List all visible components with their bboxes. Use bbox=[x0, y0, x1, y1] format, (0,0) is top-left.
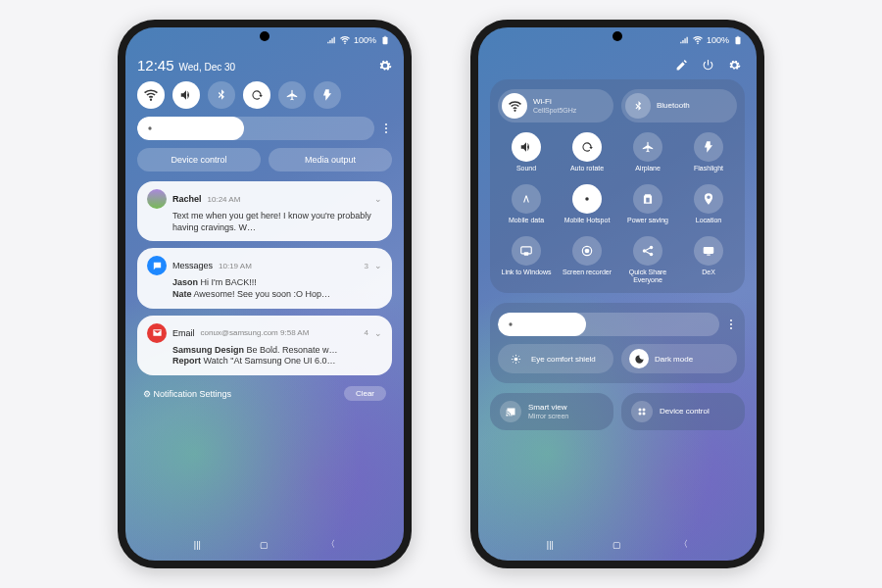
notif-body: Text me when you get here! I know you're… bbox=[147, 211, 382, 233]
qs-tile-screen-recorder[interactable]: Screen recorder bbox=[559, 236, 615, 283]
rotate-toggle[interactable] bbox=[243, 81, 270, 109]
wifi-status-icon bbox=[340, 35, 350, 45]
qs-tile-sound[interactable]: Sound bbox=[498, 132, 555, 178]
sun-icon bbox=[145, 123, 155, 133]
volume-icon bbox=[519, 140, 533, 154]
flash-icon bbox=[702, 140, 715, 154]
qs-tile-dex[interactable]: DeX bbox=[680, 236, 737, 283]
recents-button[interactable]: ||| bbox=[194, 538, 201, 551]
brightness-slider[interactable] bbox=[137, 117, 374, 140]
clear-button[interactable]: Clear bbox=[344, 386, 386, 401]
wifi-label: Wi-Fi bbox=[533, 98, 576, 107]
notif-count: 4 bbox=[365, 328, 368, 337]
flashlight-toggle[interactable] bbox=[314, 81, 341, 109]
battery-icon bbox=[641, 192, 655, 206]
bluetooth-toggle[interactable] bbox=[208, 81, 235, 109]
settings-icon[interactable] bbox=[728, 59, 741, 72]
brightness-more-icon[interactable] bbox=[725, 319, 737, 329]
wifi-icon bbox=[144, 88, 158, 102]
quick-settings-row bbox=[137, 81, 392, 109]
qs-tile-power-saving[interactable]: Power saving bbox=[619, 184, 676, 230]
link-icon bbox=[519, 244, 533, 258]
brightness-slider[interactable] bbox=[498, 313, 719, 336]
brightness-panel: Eye comfort shield Dark mode bbox=[490, 303, 745, 383]
power-icon[interactable] bbox=[702, 59, 714, 72]
dark-mode-toggle[interactable]: Dark mode bbox=[621, 344, 737, 373]
chevron-down-icon[interactable]: ⌄ bbox=[374, 328, 382, 338]
wifi-status-icon bbox=[693, 35, 703, 45]
qs-tile-flashlight[interactable]: Flashlight bbox=[680, 132, 737, 178]
moon-icon bbox=[634, 354, 645, 365]
notification-settings-link[interactable]: ⚙ Notification Settings bbox=[143, 389, 231, 399]
email-app-icon bbox=[147, 323, 167, 343]
notification-footer: ⚙ Notification Settings Clear bbox=[137, 382, 392, 405]
panel-header: 12:45 Wed, Dec 30 bbox=[137, 57, 392, 74]
grid-icon bbox=[636, 406, 648, 417]
bluetooth-wide-toggle[interactable]: Bluetooth bbox=[621, 89, 737, 122]
eye-comfort-toggle[interactable]: Eye comfort shield bbox=[498, 344, 613, 373]
messages-app-icon bbox=[147, 256, 167, 275]
clock-time: 12:45 bbox=[137, 57, 174, 74]
chevron-down-icon[interactable]: ⌄ bbox=[374, 261, 382, 270]
edit-icon[interactable] bbox=[675, 59, 688, 72]
recents-button[interactable]: ||| bbox=[547, 538, 554, 551]
notif-sender: Rachel bbox=[172, 194, 202, 204]
notif-app: Email bbox=[172, 328, 195, 338]
qs-tile-location[interactable]: Location bbox=[680, 184, 737, 230]
notification-messages[interactable]: Messages 10:19 AM 3 ⌄ Jason Hi I'm BACK!… bbox=[137, 248, 392, 308]
contact-avatar-icon bbox=[147, 189, 167, 209]
wifi-toggle[interactable] bbox=[137, 81, 165, 109]
left-phone: 100% 12:45 Wed, Dec 30 bbox=[118, 20, 412, 568]
share-icon bbox=[641, 244, 655, 258]
notif-app: Messages bbox=[172, 261, 213, 270]
device-control-button[interactable]: Device control bbox=[137, 148, 261, 172]
battery-icon bbox=[733, 35, 743, 45]
volume-icon bbox=[179, 88, 193, 102]
bluetooth-label: Bluetooth bbox=[657, 102, 690, 111]
notification-panel-screen: 100% 12:45 Wed, Dec 30 bbox=[125, 27, 404, 561]
settings-icon[interactable] bbox=[378, 59, 392, 73]
notif-time: 10:19 AM bbox=[219, 262, 252, 270]
airplane-icon bbox=[285, 88, 299, 102]
wifi-icon bbox=[509, 100, 521, 113]
qs-tile-mobile-hotspot[interactable]: Mobile Hotspot bbox=[559, 184, 615, 230]
panel-top-icons bbox=[490, 57, 745, 79]
sound-toggle[interactable] bbox=[172, 81, 200, 109]
media-output-button[interactable]: Media output bbox=[269, 148, 392, 172]
qs-tile-mobile-data[interactable]: Mobile data bbox=[498, 184, 555, 230]
brightness-more-icon[interactable] bbox=[380, 123, 392, 133]
rotate-icon bbox=[580, 140, 594, 154]
cast-icon bbox=[505, 406, 516, 417]
wifi-wide-toggle[interactable]: Wi-Fi CellSpot5GHz bbox=[498, 89, 613, 122]
qs-tile-airplane[interactable]: Airplane bbox=[619, 132, 676, 178]
quick-settings-screen: 100% Wi-Fi CellSpot5GHz bbox=[478, 27, 757, 561]
battery-percent: 100% bbox=[354, 35, 376, 45]
notification-email[interactable]: Email conux@samsung.com 9:58 AM 4 ⌄ Sams… bbox=[137, 316, 392, 375]
signal-icon bbox=[679, 35, 689, 45]
bluetooth-icon bbox=[632, 100, 645, 113]
flashlight-icon bbox=[320, 88, 334, 102]
notif-meta: conux@samsung.com 9:58 AM bbox=[201, 328, 310, 337]
airplane-toggle[interactable] bbox=[278, 81, 306, 109]
plane-icon bbox=[641, 140, 655, 154]
quick-settings-panel: Wi-Fi CellSpot5GHz Bluetooth SoundAuto r… bbox=[490, 79, 745, 293]
back-button[interactable]: 〈 bbox=[326, 538, 335, 551]
home-button[interactable]: ▢ bbox=[612, 538, 621, 551]
hotspot-icon bbox=[580, 192, 594, 206]
bluetooth-icon bbox=[215, 88, 228, 102]
wifi-network: CellSpot5GHz bbox=[533, 107, 576, 115]
right-phone: 100% Wi-Fi CellSpot5GHz bbox=[470, 20, 764, 568]
home-button[interactable]: ▢ bbox=[260, 538, 269, 551]
notification-rachel[interactable]: Rachel 10:24 AM ⌄ Text me when you get h… bbox=[137, 181, 392, 241]
qs-tile-auto-rotate[interactable]: Auto rotate bbox=[559, 132, 615, 178]
eye-icon bbox=[511, 354, 521, 365]
chevron-down-icon[interactable]: ⌄ bbox=[374, 194, 382, 204]
navigation-bar: ||| ▢ 〈 bbox=[478, 532, 757, 557]
record-icon bbox=[580, 244, 594, 258]
qs-tile-quick-share-everyone[interactable]: Quick Share Everyone bbox=[619, 236, 676, 283]
qs-tile-link-to-windows[interactable]: Link to Windows bbox=[498, 236, 555, 283]
notif-time: 10:24 AM bbox=[208, 195, 241, 204]
back-button[interactable]: 〈 bbox=[679, 538, 688, 551]
smart-view-card[interactable]: Smart view Mirror screen bbox=[490, 393, 613, 430]
device-control-card[interactable]: Device control bbox=[621, 393, 745, 430]
